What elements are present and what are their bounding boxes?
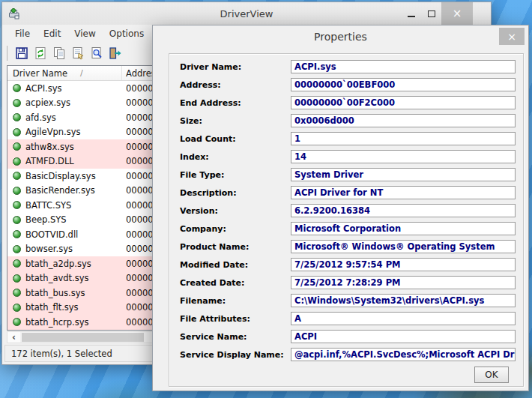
- field-label: Filename:: [180, 296, 291, 306]
- driver-name-cell: acpiex.sys: [25, 97, 70, 108]
- field-row: File Type: System Driver: [169, 166, 523, 184]
- field-row: Address: 00000000`00EBF000: [169, 76, 523, 94]
- field-value[interactable]: 00000000`00F2C000: [291, 96, 516, 109]
- field-value[interactable]: A: [291, 312, 516, 325]
- caption-buttons: ×: [401, 2, 473, 25]
- driver-icon: [13, 259, 21, 268]
- driverview-app-icon: [8, 7, 20, 19]
- field-value[interactable]: 1: [291, 132, 516, 145]
- field-value[interactable]: ACPI.sys: [291, 60, 516, 73]
- properties-fields: Driver Name: ACPI.sys Address: 00000000`…: [169, 58, 523, 364]
- dialog-title: Properties: [314, 31, 367, 43]
- close-icon: ×: [453, 7, 462, 20]
- field-label: Modified Date:: [180, 260, 291, 270]
- field-value[interactable]: 00000000`00EBF000: [291, 78, 516, 91]
- field-row: Modified Date: 7/25/2012 9:57:54 PM: [169, 256, 523, 274]
- menu-item-edit[interactable]: Edit: [37, 27, 67, 40]
- maximize-button[interactable]: [421, 2, 441, 25]
- driver-name-cell: btath_hcrp.sys: [25, 317, 89, 328]
- menu-item-file[interactable]: File: [8, 27, 37, 40]
- field-label: Company:: [180, 224, 291, 234]
- field-label: Address:: [180, 80, 291, 90]
- field-value[interactable]: ACPI Driver for NT: [291, 186, 516, 199]
- driver-icon: [13, 99, 21, 107]
- field-value[interactable]: 6.2.9200.16384: [291, 204, 516, 217]
- driver-name-cell: btath_bus.sys: [25, 288, 85, 298]
- driver-name-cell-wrap: Beep.SYS: [7, 214, 122, 225]
- field-value[interactable]: 14: [291, 150, 516, 163]
- field-label: Product Name:: [180, 242, 291, 252]
- copy-icon: [52, 46, 66, 60]
- driver-name-cell-wrap: BasicRender.sys: [7, 185, 122, 196]
- driver-icon: [13, 289, 21, 297]
- field-value[interactable]: Microsoft® Windows® Operating System: [291, 240, 516, 253]
- driver-name-cell: Beep.SYS: [25, 214, 67, 225]
- field-value[interactable]: 0x0006d000: [291, 114, 516, 127]
- status-text: 172 item(s), 1 Selected: [11, 349, 112, 359]
- driver-name-cell-wrap: bowser.sys: [7, 244, 122, 254]
- toolbar-gripper: [7, 46, 7, 61]
- driver-icon: [13, 230, 21, 238]
- field-label: Index:: [180, 152, 291, 162]
- scroll-left-button[interactable]: ‹: [7, 332, 20, 343]
- ok-button[interactable]: OK: [474, 367, 509, 383]
- copy-button[interactable]: [49, 44, 68, 63]
- driver-name-cell-wrap: afd.sys: [7, 112, 122, 123]
- driver-name-cell-wrap: AgileVpn.sys: [7, 127, 122, 137]
- minimize-button[interactable]: [401, 2, 421, 25]
- field-row: Created Date: 7/25/2012 7:28:29 PM: [169, 274, 523, 292]
- driver-icon: [13, 187, 21, 195]
- driver-name-cell: BATTC.SYS: [25, 200, 71, 211]
- field-row: End Address: 00000000`00F2C000: [169, 94, 523, 112]
- driver-name-cell-wrap: btath_a2dp.sys: [7, 259, 122, 269]
- field-value[interactable]: C:\Windows\System32\drivers\ACPI.sys: [291, 294, 516, 307]
- scrollbar-thumb[interactable]: [22, 333, 144, 342]
- maximize-icon: [428, 10, 435, 17]
- refresh-button[interactable]: [31, 44, 49, 63]
- field-row: Filename: C:\Windows\System32\drivers\AC…: [169, 292, 523, 310]
- driver-name-cell-wrap: btath_hcrp.sys: [7, 317, 122, 328]
- properties-button[interactable]: [68, 44, 87, 63]
- field-value[interactable]: Microsoft Corporation: [291, 222, 516, 235]
- field-value[interactable]: System Driver: [291, 168, 516, 181]
- menu-item-view[interactable]: View: [67, 27, 102, 40]
- field-label: Service Display Name:: [180, 350, 291, 360]
- properties-dialog: Properties × Driver Name: ACPI.sys Addre…: [152, 25, 529, 391]
- field-label: Description:: [180, 188, 291, 198]
- field-row: Index: 14: [169, 148, 523, 166]
- field-label: Size:: [180, 116, 291, 126]
- field-value[interactable]: 7/25/2012 9:57:54 PM: [291, 258, 516, 271]
- driver-name-cell-wrap: athw8x.sys: [7, 142, 122, 152]
- driver-icon: [13, 128, 21, 136]
- dialog-titlebar: Properties ×: [153, 25, 528, 47]
- menu-item-options[interactable]: Options: [103, 27, 151, 40]
- exit-button[interactable]: [106, 44, 124, 63]
- save-button[interactable]: [12, 44, 31, 63]
- find-icon: [90, 46, 103, 60]
- driver-icon: [13, 142, 21, 151]
- field-row: Service Name: ACPI: [169, 328, 523, 346]
- driver-icon: [13, 157, 21, 166]
- close-button[interactable]: ×: [441, 2, 473, 25]
- properties-group-box: Driver Name: ACPI.sys Address: 00000000`…: [169, 53, 524, 387]
- field-value[interactable]: ACPI: [291, 330, 516, 343]
- driver-icon: [13, 318, 21, 326]
- column-header-label: Driver Name: [13, 68, 67, 79]
- field-row: File Attributes: A: [169, 310, 523, 328]
- field-row: Load Count: 1: [169, 130, 523, 148]
- field-value[interactable]: @acpi.inf,%ACPI.SvcDesc%;Microsoft ACPI …: [291, 348, 516, 361]
- field-row: Product Name: Microsoft® Windows® Operat…: [169, 238, 523, 256]
- sort-ascending-icon: /: [80, 68, 83, 78]
- driver-name-cell: btath_a2dp.sys: [25, 259, 91, 269]
- field-value[interactable]: 7/25/2012 7:28:29 PM: [291, 276, 516, 289]
- driver-name-cell-wrap: BATTC.SYS: [7, 200, 122, 211]
- driver-name-cell: BasicRender.sys: [25, 185, 95, 196]
- chevron-left-icon: ‹: [12, 332, 16, 343]
- field-row: Description: ACPI Driver for NT: [169, 184, 523, 202]
- properties-icon: [71, 46, 85, 60]
- find-button[interactable]: [87, 44, 106, 63]
- driver-name-cell-wrap: btath_flt.sys: [7, 302, 122, 313]
- minimize-icon: [408, 16, 415, 17]
- dialog-close-button[interactable]: ×: [499, 28, 525, 45]
- column-header-driver-name[interactable]: Driver Name /: [7, 66, 122, 80]
